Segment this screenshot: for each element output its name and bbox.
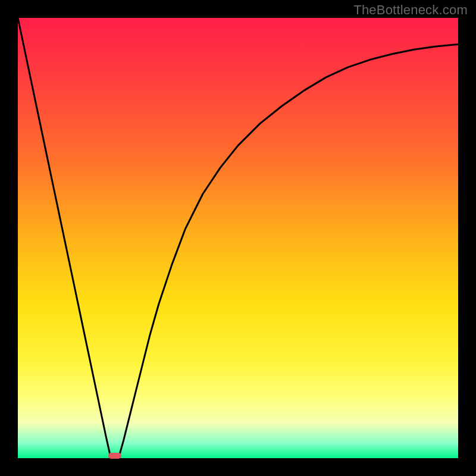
curve-layer <box>18 18 458 458</box>
optimal-point-marker <box>108 453 121 459</box>
bottleneck-curve <box>18 18 458 458</box>
chart-frame: TheBottleneck.com <box>0 0 476 476</box>
plot-area <box>18 18 458 458</box>
watermark-text: TheBottleneck.com <box>353 2 468 18</box>
